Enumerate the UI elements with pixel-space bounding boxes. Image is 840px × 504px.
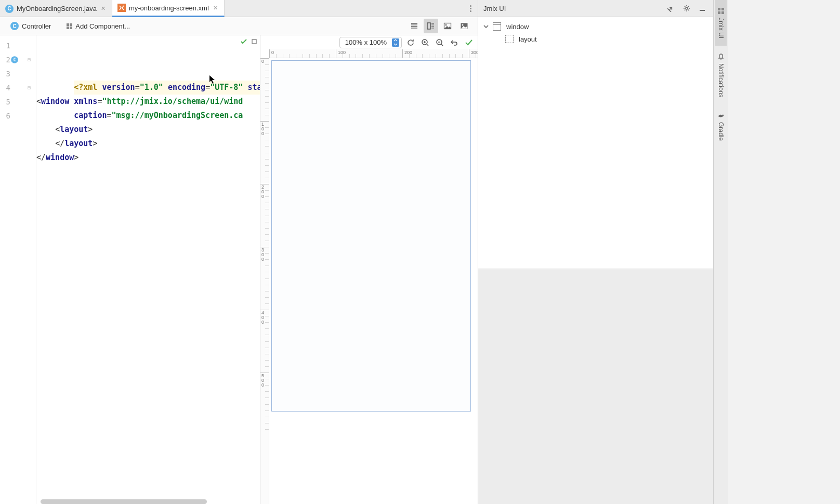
class-icon: C bbox=[5, 5, 14, 13]
add-component-label: Add Component... bbox=[75, 22, 130, 30]
svg-rect-10 bbox=[721, 8, 724, 10]
kebab-icon[interactable] bbox=[468, 3, 474, 14]
layout-icon bbox=[505, 35, 514, 43]
svg-rect-9 bbox=[718, 8, 720, 10]
jmix-ui-title: Jmix UI bbox=[483, 5, 506, 12]
svg-rect-0 bbox=[427, 23, 430, 29]
target-icon[interactable] bbox=[251, 38, 258, 45]
code-pane: 12C⊟34⊟56 <?xml version="1.0" encoding="… bbox=[0, 35, 260, 504]
jmix-ui-header: Jmix UI bbox=[478, 0, 713, 17]
viewmode-image-button[interactable] bbox=[440, 19, 455, 33]
gutter: 12C⊟34⊟56 bbox=[0, 35, 36, 504]
bell-icon bbox=[717, 53, 725, 60]
gutter-class-icon[interactable]: C bbox=[11, 56, 18, 63]
gradle-icon bbox=[717, 112, 725, 119]
zoom-label: 100% x 100% bbox=[345, 38, 387, 46]
xml-icon bbox=[117, 4, 126, 12]
refresh-button[interactable] bbox=[405, 37, 416, 48]
sidetab-jmix-ui[interactable]: Jmix UI bbox=[715, 0, 727, 46]
tab-xml-file[interactable]: my-onboarding-screen.xml ✕ bbox=[112, 0, 225, 17]
svg-rect-5 bbox=[252, 39, 256, 44]
window-icon bbox=[493, 22, 501, 31]
svg-point-2 bbox=[445, 24, 447, 26]
close-icon[interactable]: ✕ bbox=[212, 5, 219, 11]
horizontal-scrollbar[interactable] bbox=[41, 499, 207, 504]
preview-canvas[interactable]: 0100200300 01 0 02 0 03 0 04 0 05 0 0 01… bbox=[260, 49, 478, 504]
controller-label: Controller bbox=[22, 22, 51, 30]
sidetab-notifications[interactable]: Notifications bbox=[715, 46, 727, 104]
zoom-in-button[interactable] bbox=[419, 37, 431, 48]
gear-icon[interactable] bbox=[681, 3, 692, 14]
class-icon: C bbox=[10, 22, 19, 30]
controller-button[interactable]: C Controller bbox=[6, 20, 55, 32]
svg-point-8 bbox=[686, 7, 688, 9]
ruler-horizontal-top: 0100200300 bbox=[269, 49, 478, 58]
editor-body: 12C⊟34⊟56 <?xml version="1.0" encoding="… bbox=[0, 35, 478, 504]
spinner-icon[interactable] bbox=[392, 38, 399, 47]
ruler-vertical-left: 01 0 02 0 03 0 04 0 05 0 0 bbox=[260, 58, 269, 504]
tree-node-label: layout bbox=[519, 35, 537, 43]
preview-toolbar: 100% x 100% bbox=[260, 35, 478, 49]
grid-icon bbox=[67, 23, 72, 29]
tab-java-file[interactable]: C MyOnboardingScreen.java ✕ bbox=[0, 0, 112, 17]
undo-button[interactable] bbox=[449, 37, 460, 48]
tab-label: MyOnboardingScreen.java bbox=[17, 5, 97, 12]
code-area[interactable]: <?xml version="1.0" encoding="UTF-8" sta… bbox=[36, 35, 260, 504]
add-component-button[interactable]: Add Component... bbox=[62, 20, 134, 32]
chevron-down-icon[interactable] bbox=[483, 24, 491, 29]
component-tree[interactable]: windowlayout bbox=[478, 17, 713, 269]
export-icon[interactable] bbox=[665, 3, 677, 14]
viewmode-split-button[interactable] bbox=[424, 19, 438, 33]
right-tool-strip: Jmix UI Notifications Gradle bbox=[713, 0, 728, 504]
minimize-icon[interactable] bbox=[697, 3, 708, 14]
apply-button[interactable] bbox=[463, 37, 475, 48]
tree-node-label: window bbox=[506, 23, 529, 31]
viewmode-text-button[interactable] bbox=[407, 19, 422, 33]
zoom-out-button[interactable] bbox=[434, 37, 445, 48]
tree-node-window[interactable]: window bbox=[483, 20, 708, 33]
svg-rect-12 bbox=[721, 11, 724, 14]
svg-rect-11 bbox=[718, 11, 720, 14]
properties-panel bbox=[478, 269, 713, 504]
close-icon[interactable]: ✕ bbox=[100, 5, 107, 12]
viewmode-preview-button[interactable] bbox=[457, 19, 471, 33]
palette-icon bbox=[717, 7, 725, 15]
editor-tabs: C MyOnboardingScreen.java ✕ my-onboardin… bbox=[0, 0, 478, 17]
svg-point-4 bbox=[462, 24, 464, 26]
check-icon[interactable] bbox=[240, 38, 247, 45]
tree-node-layout[interactable]: layout bbox=[483, 33, 708, 45]
zoom-control[interactable]: 100% x 100% bbox=[339, 37, 402, 48]
sidetab-gradle[interactable]: Gradle bbox=[715, 104, 727, 148]
tab-label: my-onboarding-screen.xml bbox=[129, 4, 209, 12]
editor-toolbar: C Controller Add Component... bbox=[0, 17, 478, 35]
layout-rect[interactable] bbox=[271, 60, 471, 412]
preview-pane: 100% x 100% bbox=[260, 35, 478, 504]
